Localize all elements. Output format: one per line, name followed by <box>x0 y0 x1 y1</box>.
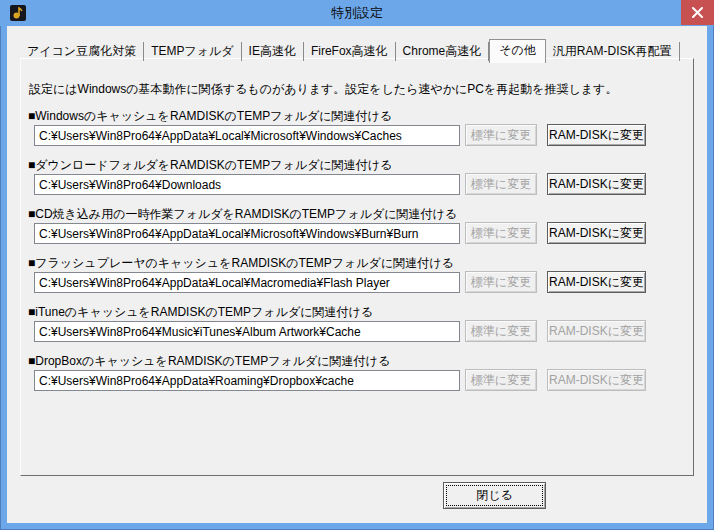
section-dropbox: ■DropBoxのキャッシュをRAMDISKのTEMPフォルダに関連付ける 標準… <box>21 353 695 399</box>
titlebar: 特別設定 <box>0 0 714 26</box>
tab-other[interactable]: その他 <box>489 39 546 63</box>
tab-ie-speedup[interactable]: IE高速化 <box>242 42 304 61</box>
dialog-body: アイコン豆腐化対策 TEMPフォルダ IE高速化 FireFox高速化 Chro… <box>7 26 707 523</box>
section-label: ■DropBoxのキャッシュをRAMDISKのTEMPフォルダに関連付ける <box>28 353 390 370</box>
path-field-dropbox[interactable] <box>34 370 460 391</box>
standard-change-button: 標準に変更 <box>465 124 537 146</box>
close-button[interactable] <box>681 0 714 25</box>
section-label: ■フラッシュプレーヤのキャッシュをRAMDISKのTEMPフォルダに関連付ける <box>28 255 454 272</box>
tab-temp-folder[interactable]: TEMPフォルダ <box>144 42 241 61</box>
section-label: ■WindowsのキャッシュをRAMDISKのTEMPフォルダに関連付ける <box>28 108 392 125</box>
ramdisk-change-button: RAM-DISKに変更 <box>547 320 646 342</box>
path-field-downloads[interactable] <box>34 174 460 195</box>
section-windows-cache: ■WindowsのキャッシュをRAMDISKのTEMPフォルダに関連付ける 標準… <box>21 108 695 154</box>
section-label: ■CD焼き込み用の一時作業フォルダをRAMDISKのTEMPフォルダに関連付ける <box>28 206 457 223</box>
tab-panel: 設定にはWindowsの基本動作に関係するものがあります。設定をしたら速やかにP… <box>20 58 694 476</box>
tab-chrome-speedup[interactable]: Chrome高速化 <box>396 42 490 61</box>
section-cd-burn: ■CD焼き込み用の一時作業フォルダをRAMDISKのTEMPフォルダに関連付ける… <box>21 206 695 252</box>
path-field-windows-cache[interactable] <box>34 125 460 146</box>
path-field-itunes[interactable] <box>34 321 460 342</box>
close-icon <box>692 7 703 18</box>
notice-text: 設定にはWindowsの基本動作に関係するものがあります。設定をしたら速やかにP… <box>29 81 617 98</box>
close-dialog-button[interactable]: 閉じる <box>443 482 546 509</box>
path-field-cd-burn[interactable] <box>34 223 460 244</box>
ramdisk-change-button[interactable]: RAM-DISKに変更 <box>547 173 646 195</box>
section-flash-player: ■フラッシュプレーヤのキャッシュをRAMDISKのTEMPフォルダに関連付ける … <box>21 255 695 301</box>
standard-change-button: 標準に変更 <box>465 222 537 244</box>
tab-strip: アイコン豆腐化対策 TEMPフォルダ IE高速化 FireFox高速化 Chro… <box>20 37 680 61</box>
section-label: ■ダウンロードフォルダをRAMDISKのTEMPフォルダに関連付ける <box>28 157 392 174</box>
standard-change-button: 標準に変更 <box>465 271 537 293</box>
tab-ramdisk-relocate[interactable]: 汎用RAM-DISK再配置 <box>546 42 680 61</box>
standard-change-button: 標準に変更 <box>465 173 537 195</box>
section-downloads: ■ダウンロードフォルダをRAMDISKのTEMPフォルダに関連付ける 標準に変更… <box>21 157 695 203</box>
tab-icon-tofu[interactable]: アイコン豆腐化対策 <box>20 42 144 61</box>
ramdisk-change-button: RAM-DISKに変更 <box>547 369 646 391</box>
ramdisk-change-button[interactable]: RAM-DISKに変更 <box>547 271 646 293</box>
ramdisk-change-button[interactable]: RAM-DISKに変更 <box>547 222 646 244</box>
section-label: ■iTuneのキャッシュをRAMDISKのTEMPフォルダに関連付ける <box>28 304 373 321</box>
standard-change-button: 標準に変更 <box>465 320 537 342</box>
path-field-flash-player[interactable] <box>34 272 460 293</box>
standard-change-button: 標準に変更 <box>465 369 537 391</box>
tab-firefox-speedup[interactable]: FireFox高速化 <box>304 42 396 61</box>
section-itunes: ■iTuneのキャッシュをRAMDISKのTEMPフォルダに関連付ける 標準に変… <box>21 304 695 350</box>
window-title: 特別設定 <box>0 0 714 26</box>
dialog-window: 特別設定 アイコン豆腐化対策 TEMPフォルダ IE高速化 FireFox高速化… <box>0 0 714 530</box>
ramdisk-change-button[interactable]: RAM-DISKに変更 <box>547 124 646 146</box>
